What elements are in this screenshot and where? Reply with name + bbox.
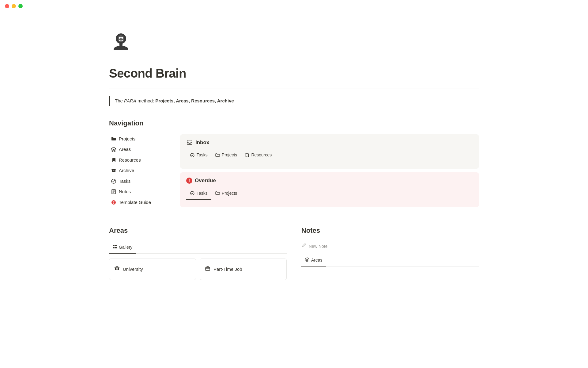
overdue-tab-tasks[interactable]: Tasks bbox=[186, 188, 211, 200]
gallery-tabs: Gallery bbox=[109, 242, 287, 254]
page-icon-container bbox=[109, 31, 479, 57]
overdue-tab-tasks-label: Tasks bbox=[197, 190, 208, 197]
notes-section: Notes New Note Areas bbox=[301, 225, 479, 280]
check-circle-icon bbox=[111, 178, 116, 184]
overdue-header: ! Overdue bbox=[180, 172, 479, 188]
overdue-title: Overdue bbox=[195, 177, 216, 185]
notes-tab-areas[interactable]: Areas bbox=[301, 255, 326, 266]
svg-point-17 bbox=[190, 153, 194, 157]
area-card-university-label: University bbox=[123, 266, 143, 273]
overdue-tab-projects-label: Projects bbox=[222, 190, 237, 197]
folder-tab-icon bbox=[215, 153, 220, 158]
svg-point-18 bbox=[190, 191, 194, 195]
nav-list: Projects Areas Resources bbox=[109, 134, 170, 207]
maximize-button[interactable] bbox=[18, 4, 23, 8]
page-title: Second Brain bbox=[109, 64, 479, 82]
nav-label-archive: Archive bbox=[119, 167, 134, 174]
title-divider bbox=[109, 89, 479, 89]
callout-block: The PARA method: Projects, Areas, Resour… bbox=[109, 96, 479, 106]
notes-areas-icon bbox=[305, 257, 309, 263]
svg-rect-26 bbox=[115, 270, 119, 270]
bookmark-tab-icon bbox=[244, 153, 249, 158]
minimize-button[interactable] bbox=[12, 4, 16, 8]
inbox-tabs: Tasks Projects Resources bbox=[180, 149, 479, 161]
nav-item-template-guide[interactable]: ? Template Guide bbox=[109, 198, 170, 207]
svg-rect-19 bbox=[113, 245, 115, 246]
svg-rect-11 bbox=[111, 169, 116, 170]
svg-text:?: ? bbox=[113, 201, 115, 204]
gallery-cards: University Part-Time Job bbox=[109, 259, 287, 280]
overdue-panel: ! Overdue Tasks bbox=[180, 172, 479, 207]
overdue-body bbox=[180, 200, 479, 207]
inbox-icon bbox=[186, 139, 193, 146]
areas-heading: Areas bbox=[109, 225, 287, 236]
callout-italic: PARA bbox=[124, 98, 136, 103]
gallery-icon bbox=[113, 244, 117, 251]
inbox-body bbox=[180, 161, 479, 169]
nav-item-projects[interactable]: Projects bbox=[109, 134, 170, 144]
title-bar bbox=[0, 0, 588, 12]
nav-label-areas: Areas bbox=[119, 146, 131, 153]
inbox-tab-resources[interactable]: Resources bbox=[241, 149, 275, 161]
inbox-tab-resources-label: Resources bbox=[251, 152, 272, 158]
area-card-university[interactable]: University bbox=[109, 259, 196, 280]
svg-point-9 bbox=[121, 37, 123, 39]
svg-rect-16 bbox=[187, 140, 192, 144]
callout-text1: The bbox=[115, 98, 124, 103]
svg-rect-27 bbox=[205, 267, 210, 270]
bottom-sections: Areas Gallery University bbox=[109, 225, 479, 280]
overdue-icon: ! bbox=[186, 178, 192, 184]
inbox-tab-tasks[interactable]: Tasks bbox=[186, 149, 211, 161]
callout-text2: method: bbox=[136, 98, 156, 103]
close-button[interactable] bbox=[5, 4, 9, 8]
svg-rect-25 bbox=[118, 268, 119, 270]
check-circle-overdue-icon bbox=[190, 191, 195, 196]
svg-point-8 bbox=[119, 37, 121, 39]
svg-point-12 bbox=[111, 179, 116, 183]
svg-rect-23 bbox=[115, 268, 116, 270]
layers-icon bbox=[111, 147, 116, 152]
navigation-section: Navigation Projects Areas bbox=[109, 118, 479, 207]
svg-rect-21 bbox=[113, 247, 115, 248]
nav-item-areas[interactable]: Areas bbox=[109, 145, 170, 154]
areas-section: Areas Gallery University bbox=[109, 225, 287, 280]
inbox-tab-projects[interactable]: Projects bbox=[211, 149, 241, 161]
overdue-tab-projects[interactable]: Projects bbox=[211, 188, 241, 200]
new-note-button[interactable]: New Note bbox=[301, 242, 479, 251]
inbox-title: Inbox bbox=[195, 139, 209, 147]
gallery-tab-label: Gallery bbox=[119, 244, 132, 251]
nav-grid: Projects Areas Resources bbox=[109, 134, 479, 207]
nav-item-tasks[interactable]: Tasks bbox=[109, 177, 170, 186]
area-card-part-time-job[interactable]: Part-Time Job bbox=[200, 259, 287, 280]
nav-item-resources[interactable]: Resources bbox=[109, 155, 170, 165]
nav-item-archive[interactable]: Archive bbox=[109, 166, 170, 175]
svg-rect-20 bbox=[115, 245, 117, 246]
bookmark-icon bbox=[111, 157, 116, 163]
nav-label-notes: Notes bbox=[119, 188, 131, 195]
archive-icon bbox=[111, 168, 116, 173]
gallery-tab[interactable]: Gallery bbox=[109, 242, 136, 254]
callout-bold: Projects, Areas, Resources, Archive bbox=[155, 98, 234, 103]
folder-overdue-icon bbox=[215, 191, 220, 196]
overdue-tabs: Tasks Projects bbox=[180, 188, 479, 200]
folder-icon bbox=[111, 136, 116, 142]
help-icon: ? bbox=[111, 200, 116, 205]
page-content: Second Brain The PARA method: Projects, … bbox=[80, 12, 508, 305]
notes-tabs: Areas bbox=[301, 255, 479, 266]
navigation-heading: Navigation bbox=[109, 118, 479, 128]
notes-icon bbox=[111, 189, 116, 194]
svg-rect-24 bbox=[117, 268, 118, 270]
inbox-tab-tasks-label: Tasks bbox=[197, 152, 208, 158]
nav-label-resources: Resources bbox=[119, 157, 141, 164]
nav-label-projects: Projects bbox=[119, 136, 135, 143]
inbox-header: Inbox bbox=[180, 134, 479, 150]
svg-rect-10 bbox=[119, 44, 123, 46]
nav-item-notes[interactable]: Notes bbox=[109, 187, 170, 197]
area-card-part-time-job-label: Part-Time Job bbox=[213, 266, 242, 273]
briefcase-icon bbox=[205, 266, 210, 273]
panels-container: Inbox Tasks Proje bbox=[180, 134, 479, 207]
inbox-panel: Inbox Tasks Proje bbox=[180, 134, 479, 169]
nav-label-tasks: Tasks bbox=[119, 178, 130, 185]
check-circle-tab-icon bbox=[190, 153, 195, 158]
svg-rect-22 bbox=[115, 247, 117, 248]
